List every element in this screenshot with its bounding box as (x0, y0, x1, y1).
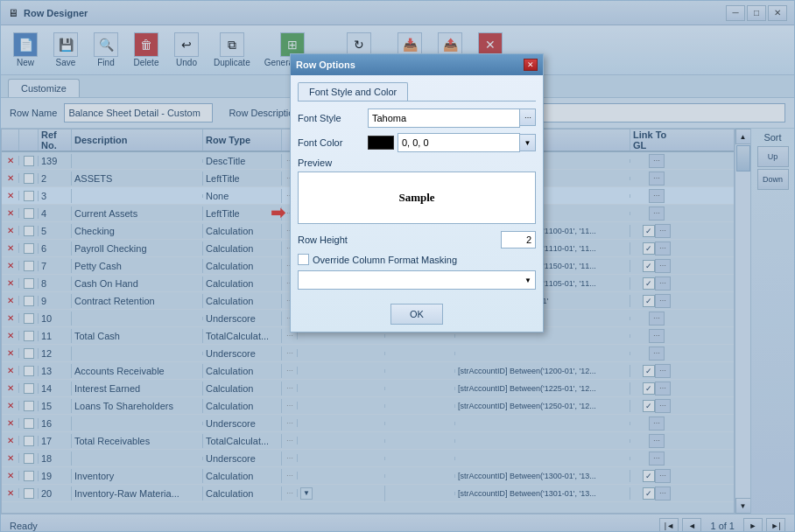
format-dropdown-container: ▼ (298, 270, 536, 297)
color-swatch (368, 136, 394, 150)
format-dropdown[interactable]: ▼ (298, 270, 536, 290)
font-style-field[interactable]: Tahoma (368, 108, 520, 128)
font-style-browse-btn[interactable]: ⋯ (520, 108, 536, 126)
preview-sample: Sample (398, 191, 434, 205)
row-height-input[interactable] (501, 231, 536, 248)
preview-section: Preview Sample (298, 158, 536, 224)
ok-button[interactable]: OK (390, 304, 443, 325)
modal-overlay: Row Options ✕ Font Style and Color Font … (1, 1, 794, 531)
tab-font-style-color[interactable]: Font Style and Color (298, 82, 408, 101)
font-color-arrow[interactable]: ▼ (520, 134, 536, 151)
pointer-arrow: ➡ (271, 202, 285, 223)
modal-title: Row Options (296, 60, 355, 70)
font-color-group: Font Color 0, 0, 0 ▼ (298, 133, 536, 152)
font-color-label: Font Color (298, 137, 368, 148)
override-row: Override Column Format Masking (298, 254, 536, 265)
modal-close-button[interactable]: ✕ (524, 59, 538, 71)
font-color-dropdown[interactable]: 0, 0, 0 (398, 133, 520, 152)
row-height-row: Row Height (298, 231, 536, 248)
preview-label: Preview (298, 158, 536, 168)
override-label: Override Column Format Masking (313, 255, 457, 265)
row-height-label: Row Height (298, 234, 501, 245)
font-style-group: Font Style Tahoma ⋯ (298, 108, 536, 128)
modal-body: Font Style and Color Font Style Tahoma ⋯… (291, 75, 543, 332)
modal-tab-bar: Font Style and Color (298, 82, 536, 102)
row-options-modal: Row Options ✕ Font Style and Color Font … (290, 53, 544, 332)
override-checkbox[interactable] (298, 254, 309, 265)
font-style-label: Font Style (298, 113, 368, 123)
modal-titlebar: Row Options ✕ (291, 54, 543, 75)
preview-box: Sample (298, 172, 536, 224)
